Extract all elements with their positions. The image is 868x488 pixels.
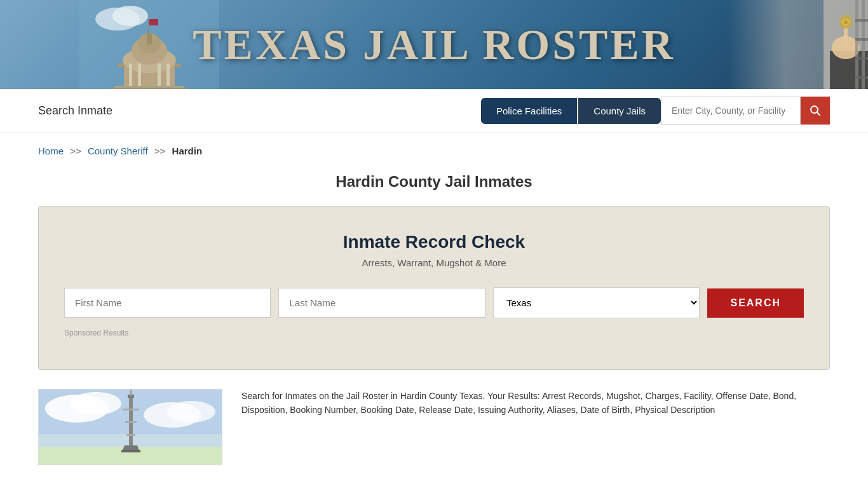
svg-rect-29	[855, 19, 868, 22]
svg-rect-30	[855, 38, 868, 41]
svg-rect-13	[158, 64, 161, 89]
svg-rect-9	[148, 19, 149, 33]
svg-rect-12	[138, 64, 141, 89]
svg-rect-32	[855, 76, 868, 79]
breadcrumb-home[interactable]: Home	[38, 146, 64, 156]
svg-rect-14	[166, 64, 170, 89]
record-check-subtitle: Arrests, Warrant, Mugshot & More	[64, 257, 804, 268]
breadcrumb: Home >> County Sheriff >> Hardin	[0, 133, 868, 163]
breadcrumb-current: Hardin	[172, 146, 203, 156]
county-jails-button[interactable]: County Jails	[578, 98, 661, 124]
record-check-title: Inmate Record Check	[64, 232, 804, 252]
nav-right: Police Facilities County Jails	[481, 97, 830, 125]
svg-point-41	[167, 401, 215, 423]
record-check-form: AlabamaAlaskaArizonaArkansasCaliforniaCo…	[64, 287, 804, 318]
breadcrumb-sep2: >>	[154, 146, 166, 156]
bottom-description: Search for Inmates on the Jail Roster in…	[241, 389, 830, 417]
svg-point-39	[71, 392, 121, 415]
svg-rect-8	[147, 33, 152, 44]
search-icon	[810, 105, 821, 116]
state-select[interactable]: AlabamaAlaskaArizonaArkansasCaliforniaCo…	[493, 287, 700, 318]
svg-marker-48	[123, 445, 139, 450]
svg-rect-10	[149, 19, 158, 25]
svg-point-2	[112, 6, 148, 26]
nav-bar: Search Inmate Police Facilities County J…	[0, 89, 868, 133]
bottom-section: Search for Inmates on the Jail Roster in…	[0, 389, 868, 465]
svg-rect-28	[862, 0, 865, 89]
police-facilities-button[interactable]: Police Facilities	[481, 98, 577, 124]
svg-rect-25	[848, 18, 851, 19]
svg-line-34	[817, 112, 820, 116]
facility-search-input[interactable]	[661, 97, 801, 125]
svg-rect-31	[855, 57, 868, 60]
record-check-box: Inmate Record Check Arrests, Warrant, Mu…	[38, 206, 830, 370]
svg-rect-24	[845, 13, 846, 22]
svg-rect-44	[130, 390, 132, 397]
breadcrumb-sep1: >>	[70, 146, 81, 156]
svg-rect-49	[121, 450, 140, 452]
sponsored-label: Sponsored Results	[64, 329, 804, 337]
banner-title: Texas Jail Roster	[193, 20, 675, 70]
svg-rect-46	[125, 421, 137, 423]
page-title: Hardin County Jail Inmates	[0, 163, 868, 206]
svg-rect-20	[844, 25, 848, 48]
record-search-button[interactable]: SEARCH	[707, 288, 804, 318]
svg-rect-11	[129, 64, 132, 89]
svg-rect-26	[848, 15, 850, 17]
first-name-input[interactable]	[64, 288, 271, 318]
sky-image	[39, 390, 222, 465]
hand-keys-image	[728, 0, 868, 89]
svg-rect-27	[855, 0, 858, 89]
svg-rect-45	[123, 409, 139, 410]
search-inmate-label: Search Inmate	[38, 104, 112, 118]
tower-image	[38, 389, 222, 465]
facility-search-button[interactable]	[801, 97, 830, 125]
last-name-input[interactable]	[278, 288, 485, 318]
breadcrumb-county-sheriff[interactable]: County Sheriff	[88, 146, 148, 156]
header-banner: Texas Jail Roster	[0, 0, 868, 89]
svg-rect-16	[111, 88, 187, 89]
svg-rect-47	[126, 434, 135, 436]
